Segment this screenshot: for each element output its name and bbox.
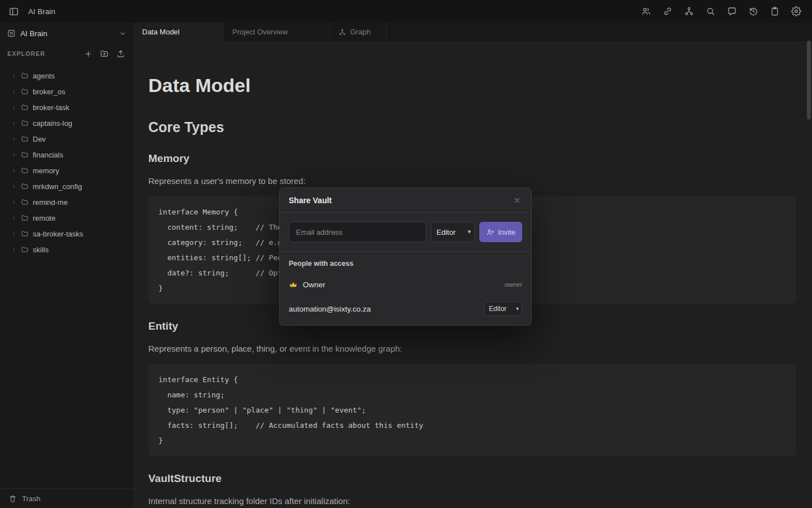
tab-label: Data Model <box>142 28 179 36</box>
trash-icon <box>8 494 17 503</box>
code-block: interface Entity { name: string; type: "… <box>148 364 796 456</box>
vault-switcher[interactable]: AI Brain <box>0 23 133 44</box>
history-icon[interactable] <box>747 5 760 17</box>
trash-button[interactable]: Trash <box>0 488 133 508</box>
tree-item-broker-task[interactable]: broker-task <box>0 99 133 115</box>
chevron-right-icon <box>11 104 17 111</box>
chevron-right-icon <box>11 199 17 205</box>
chevron-right-icon <box>11 152 17 158</box>
owner-name: Owner <box>303 281 325 289</box>
app-title: AI Brain <box>28 7 55 16</box>
heading-memory: Memory <box>148 152 796 165</box>
sidebar: AI Brain EXPLORER agentsbroker_osbroker-… <box>0 23 134 508</box>
folder-name: agents <box>33 72 55 80</box>
upload-icon[interactable] <box>116 49 126 59</box>
topbar-actions <box>640 5 805 17</box>
heading-data-model: Data Model <box>148 74 796 97</box>
explorer-label: EXPLORER <box>7 50 83 57</box>
folder-name: Dev <box>33 135 46 143</box>
tree-item-broker_os[interactable]: broker_os <box>0 84 133 99</box>
people-with-access-label: People with access <box>289 260 522 268</box>
chevron-right-icon <box>11 183 17 190</box>
folder-name: remind-me <box>33 198 68 207</box>
tree-item-Dev[interactable]: Dev <box>0 131 133 147</box>
link-icon[interactable] <box>661 5 674 17</box>
chevron-right-icon <box>11 136 17 142</box>
folder-icon <box>21 72 29 80</box>
share-nodes-icon[interactable] <box>683 5 695 17</box>
role-select[interactable]: Editor <box>431 222 475 242</box>
email-input[interactable] <box>289 222 426 242</box>
search-icon[interactable] <box>704 5 717 17</box>
sidebar-toggle-icon[interactable] <box>7 5 20 17</box>
modal-title: Share Vault <box>289 196 332 205</box>
invite-button[interactable]: Invite <box>479 222 522 242</box>
share-vault-modal: Share Vault Editor Invite People with ac <box>279 187 532 326</box>
folder-icon <box>21 198 29 206</box>
divider <box>280 251 531 252</box>
tree-item-skills[interactable]: skills <box>0 242 133 257</box>
owner-role-badge: owner <box>505 281 522 288</box>
folder-name: sa-broker-tasks <box>33 230 83 238</box>
trash-label: Trash <box>22 494 41 503</box>
tab-label: Graph <box>350 28 370 36</box>
member-row: automation@isixty.co.za Editor <box>289 301 522 316</box>
new-file-icon[interactable] <box>83 49 93 59</box>
tree-item-remind-me[interactable]: remind-me <box>0 194 133 210</box>
member-email: automation@isixty.co.za <box>289 305 371 313</box>
tab-graph[interactable]: Graph <box>330 23 387 41</box>
folder-name: mrkdwn_config <box>33 182 82 191</box>
comment-icon[interactable] <box>726 5 738 17</box>
folder-icon <box>21 230 29 238</box>
chevron-right-icon <box>11 168 17 174</box>
chevron-right-icon <box>11 247 17 253</box>
invite-label: Invite <box>498 228 515 237</box>
tree-item-agents[interactable]: agents <box>0 68 133 84</box>
tree-item-financials[interactable]: financials <box>0 147 133 163</box>
folder-icon <box>21 214 29 222</box>
explorer-header: EXPLORER <box>0 44 133 63</box>
heading-vaultstructure: VaultStructure <box>148 472 796 485</box>
heading-core-types: Core Types <box>148 119 796 136</box>
chevron-right-icon <box>11 215 17 221</box>
folder-icon <box>21 119 29 127</box>
folder-icon <box>21 167 29 174</box>
tab-bar: Data ModelProject OverviewGraph <box>134 23 812 41</box>
folder-icon <box>21 135 29 143</box>
folder-name: financials <box>33 151 63 159</box>
chevron-right-icon <box>11 89 17 95</box>
person-plus-icon <box>486 228 495 237</box>
modal-close-button[interactable] <box>512 195 522 205</box>
paragraph: Internal structure tracking folder IDs a… <box>148 496 796 506</box>
member-role-select[interactable]: Editor <box>484 301 522 316</box>
folder-name: broker-task <box>33 103 69 112</box>
folder-icon <box>21 182 29 190</box>
close-icon <box>513 196 521 204</box>
folder-icon <box>21 103 29 111</box>
vault-icon <box>7 29 16 38</box>
topbar: AI Brain <box>0 0 812 23</box>
tree-item-captains-log[interactable]: captains-log <box>0 115 133 131</box>
owner-row: Owner owner <box>289 277 522 292</box>
gear-icon[interactable] <box>790 5 802 17</box>
chevron-right-icon <box>11 73 17 79</box>
tab-label: Project Overview <box>232 28 288 36</box>
new-folder-icon[interactable] <box>99 49 109 59</box>
scrollbar-thumb[interactable] <box>807 41 811 120</box>
folder-icon <box>21 87 29 95</box>
users-icon[interactable] <box>640 5 652 17</box>
tree-item-remote[interactable]: remote <box>0 210 133 226</box>
folder-icon <box>21 151 29 159</box>
paragraph: Represents a user's memory to be stored: <box>148 176 796 186</box>
folder-tree: agentsbroker_osbroker-taskcaptains-logDe… <box>0 63 133 257</box>
tab-project-overview[interactable]: Project Overview <box>224 23 330 41</box>
modal-header: Share Vault <box>280 188 531 213</box>
clipboard-icon[interactable] <box>769 5 781 17</box>
tree-item-memory[interactable]: memory <box>0 163 133 178</box>
tab-data-model[interactable]: Data Model <box>134 23 224 41</box>
chevron-right-icon <box>11 120 17 126</box>
tree-item-mrkdwn_config[interactable]: mrkdwn_config <box>0 178 133 194</box>
folder-name: broker_os <box>33 87 65 96</box>
tree-item-sa-broker-tasks[interactable]: sa-broker-tasks <box>0 226 133 242</box>
folder-name: skills <box>33 246 48 254</box>
